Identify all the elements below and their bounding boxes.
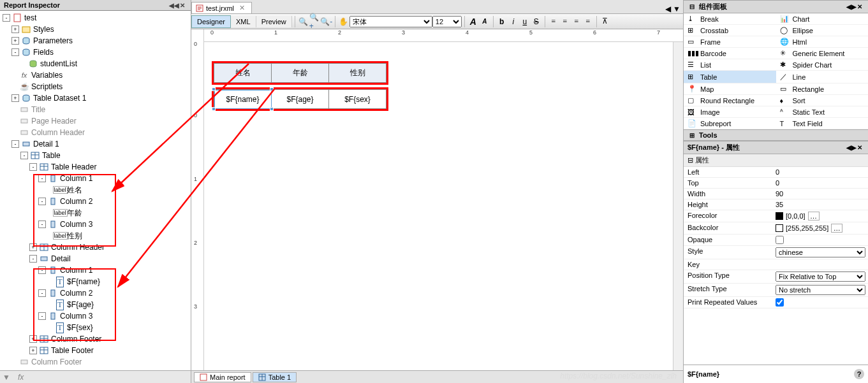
expander-icon[interactable]: - [38, 266, 46, 274]
tools-header[interactable]: ⊞Tools [684, 129, 868, 141]
view-preview[interactable]: Preview [256, 16, 292, 27]
underline-icon[interactable]: u [519, 16, 531, 27]
font-smaller-icon[interactable]: A [479, 16, 490, 27]
tree-item[interactable]: +Parameters [0, 35, 191, 47]
tree-item[interactable]: -Detail 1 [0, 138, 191, 150]
vertical-scrollbar[interactable] [673, 42, 683, 370]
expander-icon[interactable]: + [29, 243, 37, 251]
tree-item[interactable]: -test [0, 12, 191, 24]
align-center-icon[interactable]: ≡ [559, 16, 571, 27]
table-header-cell[interactable]: 姓名 [214, 64, 272, 83]
palette-item-map[interactable]: 📍Map [684, 83, 776, 95]
palette-item-crosstab[interactable]: ⊞Crosstab [684, 25, 776, 36]
palette-item-chart[interactable]: 📊Chart [776, 13, 869, 25]
palette-item-ellipse[interactable]: ◯Ellipse [776, 25, 869, 36]
expander-icon[interactable]: - [38, 198, 46, 205]
palette-item-static-text[interactable]: ᴬStatic Text [776, 106, 869, 118]
tabs-menu-icon[interactable]: ◀ ▼ [663, 4, 683, 13]
tree-item[interactable]: +Styles [0, 24, 191, 35]
palette-item-generic-element[interactable]: ✳Generic Element [776, 48, 869, 59]
top-input[interactable] [776, 179, 865, 187]
font-size-select[interactable]: 12 [432, 16, 462, 27]
picker-button[interactable]: … [831, 224, 842, 233]
expander-icon[interactable]: + [29, 347, 37, 354]
stretch-type-select[interactable]: No stretch [776, 285, 865, 295]
left-input[interactable] [776, 168, 865, 176]
tree-item[interactable]: Column Footer [0, 356, 191, 368]
palette-item-image[interactable]: 🖼Image [684, 106, 776, 118]
tree-item[interactable]: -Column 2 [0, 196, 191, 207]
bold-icon[interactable]: b [496, 16, 508, 27]
font-larger-icon[interactable]: A [467, 16, 479, 27]
palette-item-barcode[interactable]: ▮▮▮Barcode [684, 48, 776, 59]
zoom-out-icon[interactable]: 🔍- [321, 16, 332, 27]
help-icon[interactable]: ? [854, 369, 864, 379]
expander-icon[interactable]: + [11, 37, 19, 45]
italic-icon[interactable]: i [508, 16, 519, 27]
palette-item-text-field[interactable]: TText Field [776, 118, 869, 129]
expander-icon[interactable]: + [11, 25, 19, 33]
strike-icon[interactable]: S [531, 16, 542, 27]
tree-item[interactable]: T$F{name} [0, 276, 191, 287]
view-designer[interactable]: Designer [191, 15, 231, 28]
tree-item[interactable]: -Detail [0, 253, 191, 264]
fx-icon[interactable]: fx [18, 373, 28, 382]
palette-item-round-rectangle[interactable]: ▢Round Rectangle [684, 95, 776, 106]
tree-item[interactable]: +Table Dataset 1 [0, 92, 191, 104]
tree-item[interactable]: +Table Footer [0, 345, 191, 356]
expand-icon[interactable]: ⊟ [688, 3, 696, 10]
close-icon[interactable]: ✕ [855, 144, 864, 151]
table-detail-cell[interactable]: $F{name} [214, 90, 272, 109]
canvas[interactable]: 0 0 1 2 3 0 1 2 3 4 5 6 7 [191, 29, 683, 370]
close-icon[interactable]: ✕ [178, 2, 187, 9]
tree-item[interactable]: fxVariables [0, 69, 191, 81]
tab-table1[interactable]: Table 1 [253, 372, 297, 382]
expander-icon[interactable]: - [38, 289, 46, 297]
height-input[interactable] [776, 201, 865, 208]
tree-item[interactable]: +Column Header [0, 242, 191, 253]
table-detail-cell[interactable]: $F{sex} [329, 90, 386, 109]
table-detail-cell[interactable]: $F{age} [272, 90, 329, 109]
expander-icon[interactable]: - [38, 220, 46, 228]
filter-icon[interactable]: ▼ [3, 373, 13, 382]
hand-icon[interactable]: ✋ [338, 16, 349, 27]
tree-item[interactable]: label性别 [0, 230, 191, 242]
print-repeated-checkbox[interactable] [776, 298, 784, 307]
opaque-checkbox[interactable] [776, 236, 784, 244]
expander-icon[interactable]: - [20, 152, 28, 159]
valign-top-icon[interactable]: ⊼ [600, 16, 611, 27]
table-component[interactable]: 姓名 年龄 性别 $F{name} $F{age} [212, 61, 388, 111]
align-left-icon[interactable]: ≡ [548, 16, 559, 27]
align-justify-icon[interactable]: ≡ [582, 16, 594, 27]
close-tab-icon[interactable]: ✕ [239, 4, 245, 12]
tree-item[interactable]: -Column 1 [0, 173, 191, 184]
expander-icon[interactable]: - [38, 175, 46, 182]
tree-item[interactable]: Page Header [0, 115, 191, 127]
tree-item[interactable]: label姓名 [0, 184, 191, 196]
minimize-icon[interactable]: ◀◀ [169, 2, 178, 9]
palette-item-list[interactable]: ☰List [684, 59, 776, 71]
minimize-icon[interactable]: ◀▶ [846, 3, 855, 10]
align-right-icon[interactable]: ≡ [571, 16, 582, 27]
tree-item[interactable]: -Table [0, 150, 191, 161]
expander-icon[interactable]: - [11, 48, 19, 56]
expander-icon[interactable]: + [11, 94, 19, 102]
palette-item-frame[interactable]: ▭Frame [684, 36, 776, 48]
palette-item-subreport[interactable]: 📄Subreport [684, 118, 776, 129]
font-family-select[interactable]: 宋体 [349, 16, 432, 27]
palette-item-spider-chart[interactable]: ✱Spider Chart [776, 59, 869, 71]
zoom-in-icon[interactable]: 🔍+ [309, 16, 321, 27]
tree-item[interactable]: -Fields [0, 47, 191, 58]
tree-item[interactable]: T$F{sex} [0, 322, 191, 333]
expander-icon[interactable]: - [29, 255, 37, 263]
key-input[interactable] [776, 261, 865, 268]
minimize-icon[interactable]: ◀▶ [846, 144, 855, 151]
view-xml[interactable]: XML [231, 16, 256, 27]
tab-main-report[interactable]: Main report [194, 372, 251, 382]
picker-button[interactable]: … [808, 212, 820, 220]
tree-item[interactable]: -Column 3 [0, 310, 191, 322]
expander-icon[interactable]: - [11, 140, 19, 148]
tree-item[interactable]: -Column 2 [0, 287, 191, 299]
tree-item[interactable]: +Column Footer [0, 333, 191, 345]
expander-icon[interactable]: - [38, 312, 46, 320]
